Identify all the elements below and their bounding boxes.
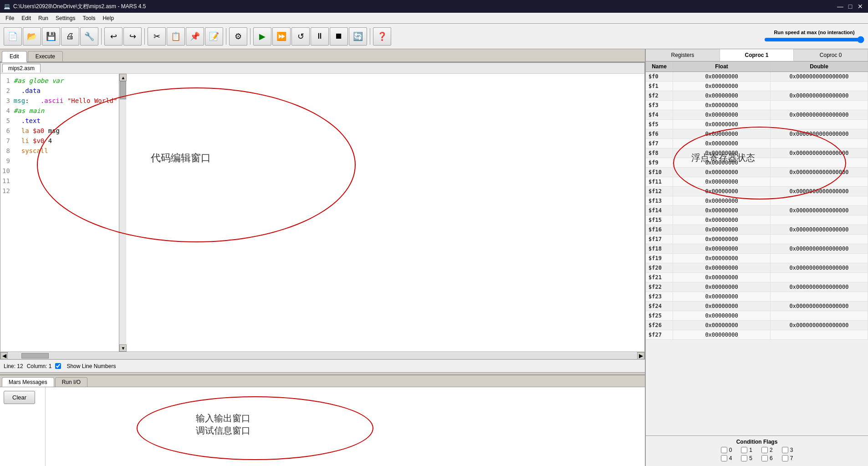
reg-row[interactable]: $f17 0x00000000 xyxy=(646,235,868,244)
open-button[interactable]: 📂 xyxy=(23,27,41,46)
tab-run-io[interactable]: Run I/O xyxy=(55,377,87,387)
find-button[interactable]: 📝 xyxy=(205,27,223,46)
io-area[interactable]: 输入输出窗口调试信息窗口 xyxy=(46,387,645,466)
run-button[interactable]: ▶ xyxy=(253,27,271,46)
register-table-header: Name Float Double xyxy=(646,61,868,72)
close-button[interactable]: ✕ xyxy=(856,2,864,10)
reg-row[interactable]: $f5 0x00000000 xyxy=(646,120,868,129)
flag-3[interactable] xyxy=(782,447,788,453)
menu-run[interactable]: Run xyxy=(35,14,52,22)
menu-help[interactable]: Help xyxy=(99,14,117,22)
backstep-button[interactable]: ↺ xyxy=(291,27,310,46)
title-controls[interactable]: — □ ✕ xyxy=(836,2,864,10)
editor-container: mips2.asm 12345 678910 1112 #as globe va… xyxy=(0,62,645,359)
flag-5[interactable] xyxy=(741,455,747,461)
flag-7[interactable] xyxy=(782,455,788,461)
flag-4[interactable] xyxy=(721,455,727,461)
reg-row[interactable]: $f7 0x00000000 xyxy=(646,139,868,149)
flag-2[interactable] xyxy=(761,447,768,453)
file-tab-mips2[interactable]: mips2.asm xyxy=(2,64,41,72)
undo-button[interactable]: ↩ xyxy=(104,27,123,46)
vscroll-track[interactable] xyxy=(119,81,126,344)
reg-row[interactable]: $f26 0x00000000 0x0000000000000000 xyxy=(646,321,868,330)
menu-settings[interactable]: Settings xyxy=(52,14,79,22)
editor-hscroll[interactable]: ◀ ▶ xyxy=(0,352,644,359)
show-line-numbers-checkbox[interactable] xyxy=(55,363,61,369)
settings-button[interactable]: ⚙ xyxy=(229,27,247,46)
reg-row[interactable]: $f12 0x00000000 0x0000000000000000 xyxy=(646,187,868,196)
hscroll-right[interactable]: ▶ xyxy=(637,352,644,359)
register-table-body[interactable]: $f0 0x00000000 0x0000000000000000$f1 0x0… xyxy=(646,72,868,435)
reset-button[interactable]: 🔄 xyxy=(349,27,367,46)
reg-row[interactable]: $f27 0x00000000 xyxy=(646,330,868,340)
reg-row[interactable]: $f11 0x00000000 xyxy=(646,177,868,187)
reg-row[interactable]: $f19 0x00000000 xyxy=(646,254,868,263)
hscroll-track[interactable] xyxy=(8,353,637,358)
clear-button[interactable]: Clear xyxy=(4,391,35,404)
tab-coproc0[interactable]: Coproc 0 xyxy=(794,49,868,61)
reg-row[interactable]: $f4 0x00000000 0x0000000000000000 xyxy=(646,110,868,120)
help-button[interactable]: ❓ xyxy=(373,27,391,46)
tab-mars-messages[interactable]: Mars Messages xyxy=(2,377,54,387)
speed-label: Run speed at max (no interaction) xyxy=(774,30,854,35)
reg-row[interactable]: $f25 0x00000000 xyxy=(646,311,868,321)
assemble-button[interactable]: 🔧 xyxy=(80,27,98,46)
print-button[interactable]: 🖨 xyxy=(61,27,79,46)
step-over-button[interactable]: ⏩ xyxy=(272,27,291,46)
reg-row[interactable]: $f10 0x00000000 0x0000000000000000 xyxy=(646,168,868,177)
reg-row[interactable]: $f6 0x00000000 0x0000000000000000 xyxy=(646,129,868,139)
stop-button[interactable]: ⏹ xyxy=(330,27,348,46)
reg-row[interactable]: $f23 0x00000000 xyxy=(646,292,868,302)
reg-row[interactable]: $f1 0x00000000 xyxy=(646,82,868,91)
minimize-button[interactable]: — xyxy=(836,2,844,10)
reg-row[interactable]: $f9 0x00000000 xyxy=(646,158,868,168)
tab-registers[interactable]: Registers xyxy=(646,49,720,61)
menu-file[interactable]: File xyxy=(2,14,18,22)
cut-button[interactable]: ✂ xyxy=(148,27,166,46)
tab-execute[interactable]: Execute xyxy=(28,51,63,61)
vscroll-down[interactable]: ▼ xyxy=(119,344,127,352)
editor-vscroll[interactable]: ▲ ▼ xyxy=(119,74,126,352)
vscroll-up[interactable]: ▲ xyxy=(119,74,127,81)
io-annotation-ellipse xyxy=(137,396,373,460)
menu-edit[interactable]: Edit xyxy=(18,14,35,22)
tab-edit[interactable]: Edit xyxy=(2,51,27,62)
toolbar-separator-3 xyxy=(226,28,226,45)
pause-button[interactable]: ⏸ xyxy=(311,27,329,46)
hscroll-left[interactable]: ◀ xyxy=(0,352,8,359)
copy-button[interactable]: 📋 xyxy=(167,27,185,46)
reg-row[interactable]: $f14 0x00000000 0x0000000000000000 xyxy=(646,206,868,215)
flag-1[interactable] xyxy=(741,447,747,453)
reg-row[interactable]: $f3 0x00000000 xyxy=(646,101,868,110)
flag-0[interactable] xyxy=(721,447,727,453)
new-button[interactable]: 📄 xyxy=(4,27,22,46)
reg-row[interactable]: $f13 0x00000000 xyxy=(646,196,868,206)
reg-row[interactable]: $f0 0x00000000 0x0000000000000000 xyxy=(646,72,868,82)
condition-flags-row1: 0 1 2 3 xyxy=(648,447,865,453)
reg-row[interactable]: $f18 0x00000000 0x0000000000000000 xyxy=(646,244,868,254)
vscroll-thumb[interactable] xyxy=(120,81,126,99)
tab-coproc1[interactable]: Coproc 1 xyxy=(720,49,794,61)
bottom-panel: Mars Messages Run I/O Clear 输入输出窗口调试信息窗口 xyxy=(0,375,645,466)
reg-row[interactable]: $f15 0x00000000 xyxy=(646,215,868,225)
hscroll-thumb[interactable] xyxy=(21,353,49,358)
code-editor[interactable]: 12345 678910 1112 #as globe var .data ms… xyxy=(0,74,119,352)
maximize-button[interactable]: □ xyxy=(846,2,854,10)
code-lines[interactable]: #as globe var .data msg: .ascii "Hello W… xyxy=(14,76,117,350)
reg-row[interactable]: $f20 0x00000000 0x0000000000000000 xyxy=(646,263,868,273)
menu-tools[interactable]: Tools xyxy=(79,14,99,22)
register-tabs: Registers Coproc 1 Coproc 0 xyxy=(646,49,868,61)
reg-row[interactable]: $f2 0x00000000 0x0000000000000000 xyxy=(646,91,868,101)
flag-6[interactable] xyxy=(761,455,768,461)
speed-control: Run speed at max (no interaction) xyxy=(764,30,864,43)
speed-slider[interactable] xyxy=(764,36,864,43)
reg-row[interactable]: $f22 0x00000000 0x0000000000000000 xyxy=(646,282,868,292)
paste-button[interactable]: 📌 xyxy=(186,27,204,46)
reg-row[interactable]: $f8 0x00000000 0x0000000000000000 xyxy=(646,149,868,158)
redo-button[interactable]: ↪ xyxy=(123,27,142,46)
reg-row[interactable]: $f21 0x00000000 xyxy=(646,273,868,282)
reg-row[interactable]: $f24 0x00000000 0x0000000000000000 xyxy=(646,302,868,311)
status-bar: Line: 12 Column: 1 Show Line Numbers xyxy=(0,359,645,372)
save-button[interactable]: 💾 xyxy=(42,27,60,46)
reg-row[interactable]: $f16 0x00000000 0x0000000000000000 xyxy=(646,225,868,235)
